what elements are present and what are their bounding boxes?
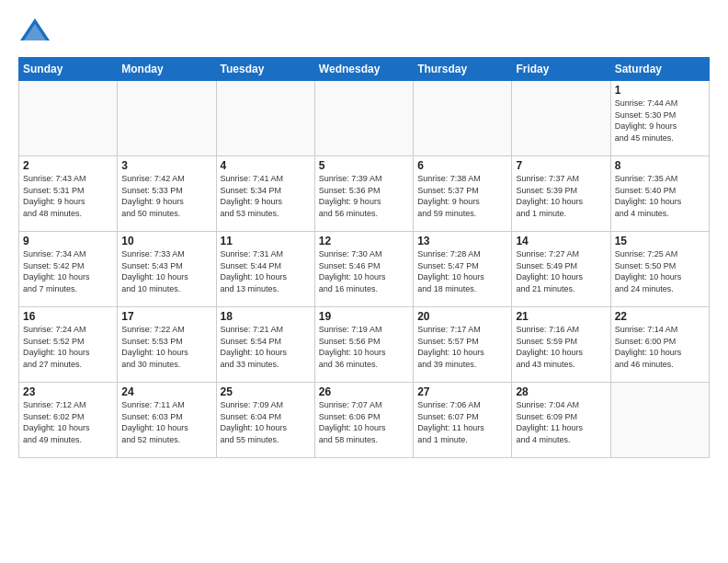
day-info: Sunrise: 7:33 AM Sunset: 5:43 PM Dayligh… bbox=[121, 248, 211, 294]
header-day-tuesday: Tuesday bbox=[216, 58, 314, 81]
calendar-cell: 16Sunrise: 7:24 AM Sunset: 5:52 PM Dayli… bbox=[19, 307, 118, 383]
day-number: 15 bbox=[615, 235, 705, 247]
day-number: 24 bbox=[121, 385, 211, 398]
page: SundayMondayTuesdayWednesdayThursdayFrid… bbox=[0, 0, 728, 563]
calendar-body: 1Sunrise: 7:44 AM Sunset: 5:30 PM Daylig… bbox=[19, 81, 710, 458]
day-number: 26 bbox=[319, 385, 409, 398]
calendar-header: SundayMondayTuesdayWednesdayThursdayFrid… bbox=[19, 58, 710, 81]
day-info: Sunrise: 7:09 AM Sunset: 6:04 PM Dayligh… bbox=[221, 399, 311, 445]
calendar-cell: 23Sunrise: 7:12 AM Sunset: 6:02 PM Dayli… bbox=[19, 383, 118, 458]
day-number: 18 bbox=[221, 310, 311, 323]
calendar-cell bbox=[216, 81, 314, 156]
calendar-cell: 27Sunrise: 7:06 AM Sunset: 6:07 PM Dayli… bbox=[414, 383, 512, 458]
day-number: 19 bbox=[319, 310, 409, 323]
calendar-cell: 11Sunrise: 7:31 AM Sunset: 5:44 PM Dayli… bbox=[216, 232, 314, 307]
day-info: Sunrise: 7:21 AM Sunset: 5:54 PM Dayligh… bbox=[221, 324, 311, 370]
calendar-cell: 19Sunrise: 7:19 AM Sunset: 5:56 PM Dayli… bbox=[314, 307, 413, 383]
calendar-cell: 1Sunrise: 7:44 AM Sunset: 5:30 PM Daylig… bbox=[610, 81, 709, 156]
day-number: 9 bbox=[23, 235, 113, 247]
day-info: Sunrise: 7:37 AM Sunset: 5:39 PM Dayligh… bbox=[516, 173, 606, 219]
calendar-table: SundayMondayTuesdayWednesdayThursdayFrid… bbox=[18, 57, 710, 458]
day-number: 22 bbox=[615, 310, 705, 323]
calendar-cell bbox=[118, 81, 216, 156]
day-number: 7 bbox=[516, 159, 606, 172]
day-number: 6 bbox=[417, 159, 507, 172]
day-info: Sunrise: 7:14 AM Sunset: 6:00 PM Dayligh… bbox=[615, 324, 705, 370]
day-number: 14 bbox=[516, 235, 606, 247]
calendar-cell bbox=[19, 81, 118, 156]
day-info: Sunrise: 7:24 AM Sunset: 5:52 PM Dayligh… bbox=[23, 324, 113, 370]
day-info: Sunrise: 7:22 AM Sunset: 5:53 PM Dayligh… bbox=[121, 324, 211, 370]
calendar-cell: 7Sunrise: 7:37 AM Sunset: 5:39 PM Daylig… bbox=[512, 156, 610, 232]
week-row-5: 23Sunrise: 7:12 AM Sunset: 6:02 PM Dayli… bbox=[19, 383, 710, 458]
day-info: Sunrise: 7:31 AM Sunset: 5:44 PM Dayligh… bbox=[221, 248, 311, 294]
calendar-cell: 18Sunrise: 7:21 AM Sunset: 5:54 PM Dayli… bbox=[216, 307, 314, 383]
week-row-2: 2Sunrise: 7:43 AM Sunset: 5:31 PM Daylig… bbox=[19, 156, 710, 232]
calendar-cell: 24Sunrise: 7:11 AM Sunset: 6:03 PM Dayli… bbox=[118, 383, 216, 458]
calendar-cell: 28Sunrise: 7:04 AM Sunset: 6:09 PM Dayli… bbox=[512, 383, 610, 458]
day-info: Sunrise: 7:16 AM Sunset: 5:59 PM Dayligh… bbox=[516, 324, 606, 370]
day-info: Sunrise: 7:35 AM Sunset: 5:40 PM Dayligh… bbox=[615, 173, 705, 219]
calendar-cell: 4Sunrise: 7:41 AM Sunset: 5:34 PM Daylig… bbox=[216, 156, 314, 232]
calendar-cell: 2Sunrise: 7:43 AM Sunset: 5:31 PM Daylig… bbox=[19, 156, 118, 232]
day-info: Sunrise: 7:11 AM Sunset: 6:03 PM Dayligh… bbox=[121, 399, 211, 445]
day-number: 12 bbox=[319, 235, 409, 247]
day-number: 1 bbox=[615, 84, 705, 97]
day-info: Sunrise: 7:27 AM Sunset: 5:49 PM Dayligh… bbox=[516, 248, 606, 294]
calendar-cell: 25Sunrise: 7:09 AM Sunset: 6:04 PM Dayli… bbox=[216, 383, 314, 458]
calendar-cell bbox=[610, 383, 709, 458]
header-day-wednesday: Wednesday bbox=[314, 58, 413, 81]
day-number: 13 bbox=[417, 235, 507, 247]
calendar-cell: 5Sunrise: 7:39 AM Sunset: 5:36 PM Daylig… bbox=[314, 156, 413, 232]
week-row-4: 16Sunrise: 7:24 AM Sunset: 5:52 PM Dayli… bbox=[19, 307, 710, 383]
day-info: Sunrise: 7:30 AM Sunset: 5:46 PM Dayligh… bbox=[319, 248, 409, 294]
calendar-cell: 10Sunrise: 7:33 AM Sunset: 5:43 PM Dayli… bbox=[118, 232, 216, 307]
day-number: 5 bbox=[319, 159, 409, 172]
calendar-cell: 12Sunrise: 7:30 AM Sunset: 5:46 PM Dayli… bbox=[314, 232, 413, 307]
day-number: 11 bbox=[221, 235, 311, 247]
day-number: 4 bbox=[221, 159, 311, 172]
header-day-saturday: Saturday bbox=[610, 58, 709, 81]
day-info: Sunrise: 7:07 AM Sunset: 6:06 PM Dayligh… bbox=[319, 399, 409, 445]
calendar-cell: 14Sunrise: 7:27 AM Sunset: 5:49 PM Dayli… bbox=[512, 232, 610, 307]
day-number: 2 bbox=[23, 159, 113, 172]
calendar-cell: 13Sunrise: 7:28 AM Sunset: 5:47 PM Dayli… bbox=[414, 232, 512, 307]
day-info: Sunrise: 7:04 AM Sunset: 6:09 PM Dayligh… bbox=[516, 399, 606, 445]
day-info: Sunrise: 7:19 AM Sunset: 5:56 PM Dayligh… bbox=[319, 324, 409, 370]
calendar-cell: 20Sunrise: 7:17 AM Sunset: 5:57 PM Dayli… bbox=[414, 307, 512, 383]
day-number: 10 bbox=[121, 235, 211, 247]
day-info: Sunrise: 7:28 AM Sunset: 5:47 PM Dayligh… bbox=[417, 248, 507, 294]
calendar-cell: 9Sunrise: 7:34 AM Sunset: 5:42 PM Daylig… bbox=[19, 232, 118, 307]
day-number: 21 bbox=[516, 310, 606, 323]
day-number: 25 bbox=[221, 385, 311, 398]
calendar-cell bbox=[512, 81, 610, 156]
logo-icon bbox=[18, 15, 51, 48]
day-info: Sunrise: 7:42 AM Sunset: 5:33 PM Dayligh… bbox=[121, 173, 211, 219]
day-number: 3 bbox=[121, 159, 211, 172]
header-row: SundayMondayTuesdayWednesdayThursdayFrid… bbox=[19, 58, 710, 81]
header-day-monday: Monday bbox=[118, 58, 216, 81]
day-number: 23 bbox=[23, 385, 113, 398]
day-number: 16 bbox=[23, 310, 113, 323]
week-row-3: 9Sunrise: 7:34 AM Sunset: 5:42 PM Daylig… bbox=[19, 232, 710, 307]
day-info: Sunrise: 7:41 AM Sunset: 5:34 PM Dayligh… bbox=[221, 173, 311, 219]
calendar-cell: 17Sunrise: 7:22 AM Sunset: 5:53 PM Dayli… bbox=[118, 307, 216, 383]
day-info: Sunrise: 7:06 AM Sunset: 6:07 PM Dayligh… bbox=[417, 399, 507, 445]
calendar-cell: 15Sunrise: 7:25 AM Sunset: 5:50 PM Dayli… bbox=[610, 232, 709, 307]
day-info: Sunrise: 7:34 AM Sunset: 5:42 PM Dayligh… bbox=[23, 248, 113, 294]
calendar-cell bbox=[314, 81, 413, 156]
day-number: 27 bbox=[417, 385, 507, 398]
day-number: 28 bbox=[516, 385, 606, 398]
day-info: Sunrise: 7:39 AM Sunset: 5:36 PM Dayligh… bbox=[319, 173, 409, 219]
day-info: Sunrise: 7:43 AM Sunset: 5:31 PM Dayligh… bbox=[23, 173, 113, 219]
day-info: Sunrise: 7:44 AM Sunset: 5:30 PM Dayligh… bbox=[615, 98, 705, 144]
header bbox=[18, 15, 710, 48]
header-day-thursday: Thursday bbox=[414, 58, 512, 81]
header-day-sunday: Sunday bbox=[19, 58, 118, 81]
day-info: Sunrise: 7:17 AM Sunset: 5:57 PM Dayligh… bbox=[417, 324, 507, 370]
logo bbox=[18, 15, 53, 48]
calendar-cell: 3Sunrise: 7:42 AM Sunset: 5:33 PM Daylig… bbox=[118, 156, 216, 232]
calendar-cell: 21Sunrise: 7:16 AM Sunset: 5:59 PM Dayli… bbox=[512, 307, 610, 383]
calendar-cell: 6Sunrise: 7:38 AM Sunset: 5:37 PM Daylig… bbox=[414, 156, 512, 232]
header-day-friday: Friday bbox=[512, 58, 610, 81]
